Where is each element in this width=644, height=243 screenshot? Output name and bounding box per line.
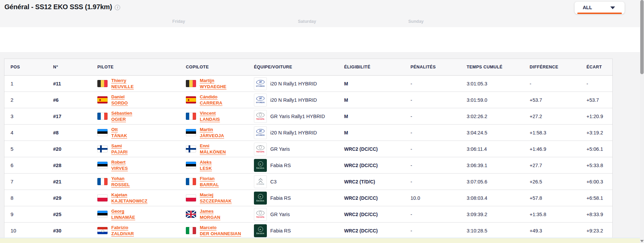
pilot-link[interactable]: Yohan ROSSEL	[111, 176, 130, 188]
py-flag-icon	[97, 227, 108, 234]
column-header: COPILOTE	[186, 65, 254, 69]
toyota-logo: TOYOTA	[254, 143, 267, 156]
copilot-link[interactable]: Enni MÄLKÖNEN	[200, 143, 226, 155]
column-header: PÉNALITÉS	[410, 65, 467, 69]
penalties: 10.0	[410, 195, 467, 201]
column-header: ÉCART	[586, 65, 612, 69]
pilot-first-name: Kajetan	[111, 192, 147, 198]
copilot-link[interactable]: Martijn WYDAEGHE	[200, 78, 226, 90]
pilot-last-name: ROSSEL	[111, 182, 130, 188]
skoda-logo: ▸ŠKODA	[254, 159, 267, 172]
car-cell: TOYOTAGR Yaris	[254, 143, 344, 156]
car-number: #30	[53, 228, 97, 233]
page-header: Général - SS12 EKO SSS (1.97km)i ALL	[0, 0, 640, 27]
car-model: GR Yaris	[270, 212, 290, 217]
pilot-first-name: Robert	[111, 159, 128, 165]
copilot-first-name: Aleks	[200, 159, 212, 165]
gap: +5:33.8	[586, 163, 612, 168]
pilot-link[interactable]: Sébastien OGIER	[111, 110, 132, 123]
pilot-cell: Sébastien OGIER	[97, 110, 186, 123]
position: 10	[4, 228, 53, 233]
eligibility: WRC2 (DC/CC)	[344, 146, 410, 152]
eligibility: M	[344, 114, 410, 119]
copilot-cell: Vincent LANDAIS	[186, 110, 254, 123]
pilot-link[interactable]: Kajetan KAJETANOWICZ	[111, 192, 147, 204]
ee-flag-icon	[97, 129, 108, 136]
difference: +53.7	[530, 97, 586, 103]
ee-flag-icon	[97, 211, 108, 218]
copilot-link[interactable]: James MORGAN	[200, 208, 220, 221]
car-model: i20 N Rally1 HYBRID	[270, 81, 317, 86]
copilot-cell: Florian BARRAL	[186, 176, 254, 188]
pilot-first-name: Sami	[111, 143, 128, 149]
penalties: -	[410, 179, 467, 184]
copilot-last-name: BARRAL	[200, 182, 219, 188]
copilot-last-name: LESK	[200, 165, 212, 172]
pilot-link[interactable]: Daniel SORDO	[111, 94, 128, 106]
penalties: -	[410, 130, 467, 135]
difference: +1:58.3	[530, 130, 586, 135]
car-cell: ▸ŠKODAFabia RS	[254, 159, 344, 172]
difference: +57.8	[530, 195, 586, 201]
pilot-link[interactable]: Georg LINNAMÄE	[111, 208, 135, 221]
pilot-cell: Kajetan KAJETANOWICZ	[97, 192, 186, 204]
copilot-first-name: Cándido	[200, 94, 222, 100]
pilot-first-name: Ott	[111, 127, 127, 133]
copilot-link[interactable]: Maciej SZCZEPANIAK	[200, 192, 232, 204]
table-row: 1 #11 Thierry NEUVILLE Martijn WYDAEGHE …	[4, 76, 612, 92]
copilot-cell: Martijn WYDAEGHE	[186, 78, 254, 90]
eligibility: M	[344, 97, 410, 103]
info-icon[interactable]: i	[115, 5, 120, 10]
cumulative-time: 3:06:39.1	[467, 163, 530, 168]
penalties: -	[410, 81, 467, 86]
car-number: #29	[53, 195, 97, 201]
skoda-logo: ▸ŠKODA	[254, 192, 267, 205]
toyota-logo: TOYOTA	[254, 208, 267, 221]
car-number: #25	[53, 212, 97, 217]
table-row: 10 #30 Fabrizio ZALDIVAR Marcelo DER OHA…	[4, 223, 612, 238]
position: 3	[4, 113, 53, 119]
copilot-link[interactable]: Aleks LESK	[200, 159, 212, 172]
car-number: #17	[53, 114, 97, 119]
pilot-link[interactable]: Robert VIRVES	[111, 159, 128, 172]
filter-accent-underline	[577, 13, 622, 14]
copilot-cell: James MORGAN	[186, 208, 254, 221]
page-scrollbar[interactable]	[640, 0, 644, 243]
column-header: PILOTE	[97, 65, 186, 69]
copilot-first-name: Marcelo	[200, 225, 241, 231]
pilot-link[interactable]: Fabrizio ZALDIVAR	[111, 225, 134, 237]
pilot-last-name: OGIER	[111, 116, 132, 123]
car-cell: ▸ŠKODAFabia RS	[254, 224, 344, 237]
position: 6	[4, 162, 53, 168]
pilot-link[interactable]: Ott TÄNAK	[111, 127, 127, 139]
penalties: -	[410, 212, 467, 217]
hyundai-logo: HHYUNDAI	[254, 126, 267, 139]
eligibility: M	[344, 130, 410, 135]
copilot-link[interactable]: Cándido CARRERA	[200, 94, 222, 106]
fr-flag-icon	[186, 113, 196, 120]
copilot-link[interactable]: Marcelo DER OHANNESIAN	[200, 225, 241, 237]
position: 7	[4, 179, 53, 184]
scrollbar-down-arrow-icon[interactable]	[640, 240, 644, 242]
copilot-link[interactable]: Martin JÄRVEOJA	[200, 127, 224, 139]
penalties: -	[410, 163, 467, 168]
pilot-link[interactable]: Sami PAJARI	[111, 143, 128, 155]
copilot-cell: Martin JÄRVEOJA	[186, 127, 254, 139]
pilot-link[interactable]: Thierry NEUVILLE	[111, 78, 134, 90]
table-row: 4 #8 Ott TÄNAK Martin JÄRVEOJA HHYUNDAIi…	[4, 125, 612, 141]
car-number: #6	[53, 97, 97, 103]
copilot-first-name: James	[200, 208, 220, 214]
copilot-link[interactable]: Florian BARRAL	[200, 176, 219, 188]
it-flag-icon	[186, 227, 196, 234]
filter-dropdown[interactable]: ALL	[575, 2, 625, 14]
pilot-last-name: KAJETANOWICZ	[111, 198, 147, 204]
car-model: Fabia RS	[270, 163, 291, 168]
table-row: 9 #25 Georg LINNAMÄE James MORGAN TOYOTA…	[4, 206, 612, 223]
gap: +3:19.2	[586, 130, 612, 135]
pilot-first-name: Sébastien	[111, 110, 132, 116]
scrollbar-thumb[interactable]	[640, 0, 644, 74]
gb-flag-icon	[186, 211, 196, 218]
copilot-link[interactable]: Vincent LANDAIS	[200, 110, 220, 123]
car-number: #20	[53, 146, 97, 152]
car-cell: ▸ŠKODAFabia RS	[254, 192, 344, 205]
